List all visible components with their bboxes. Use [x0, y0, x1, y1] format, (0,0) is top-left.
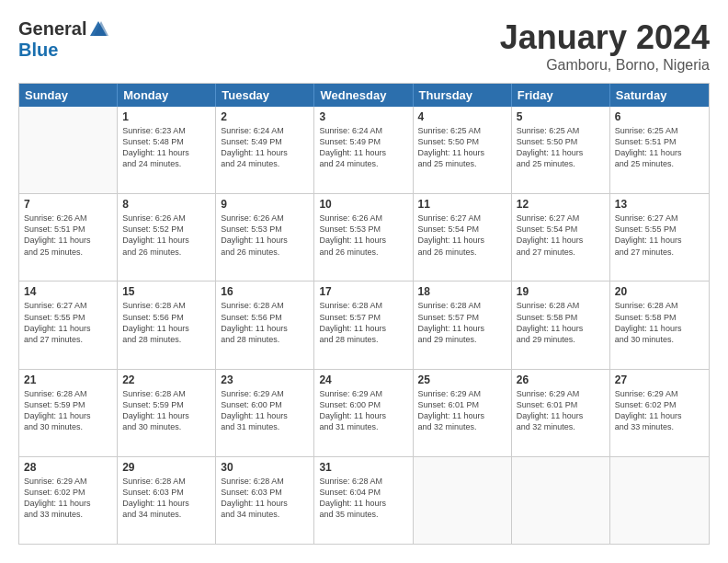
day-number: 31 — [319, 461, 407, 474]
day-info: Sunrise: 6:27 AM Sunset: 5:54 PM Dayligh… — [517, 213, 605, 258]
cal-cell: 22Sunrise: 6:28 AM Sunset: 5:59 PM Dayli… — [118, 370, 216, 456]
cal-cell — [610, 457, 709, 544]
cal-cell: 17Sunrise: 6:28 AM Sunset: 5:57 PM Dayli… — [314, 282, 413, 368]
header-day-monday: Monday — [118, 84, 216, 107]
day-number: 11 — [418, 198, 506, 211]
day-number: 27 — [615, 373, 704, 386]
day-info: Sunrise: 6:28 AM Sunset: 6:04 PM Dayligh… — [319, 476, 407, 521]
cal-cell: 28Sunrise: 6:29 AM Sunset: 6:02 PM Dayli… — [19, 457, 118, 544]
day-number: 15 — [122, 285, 210, 298]
calendar-body: 1Sunrise: 6:23 AM Sunset: 5:48 PM Daylig… — [19, 107, 709, 544]
day-info: Sunrise: 6:26 AM Sunset: 5:53 PM Dayligh… — [319, 213, 407, 258]
day-info: Sunrise: 6:27 AM Sunset: 5:55 PM Dayligh… — [24, 300, 112, 345]
day-info: Sunrise: 6:29 AM Sunset: 6:00 PM Dayligh… — [221, 388, 309, 433]
page: General Blue January 2024 Gamboru, Borno… — [0, 0, 728, 563]
day-number: 30 — [221, 461, 309, 474]
cal-cell: 20Sunrise: 6:28 AM Sunset: 5:58 PM Dayli… — [610, 282, 709, 368]
day-info: Sunrise: 6:25 AM Sunset: 5:51 PM Dayligh… — [615, 125, 704, 170]
header-day-saturday: Saturday — [610, 84, 709, 107]
day-number: 13 — [615, 198, 704, 211]
cal-cell: 3Sunrise: 6:24 AM Sunset: 5:49 PM Daylig… — [314, 107, 413, 193]
day-info: Sunrise: 6:23 AM Sunset: 5:48 PM Dayligh… — [122, 125, 210, 170]
day-info: Sunrise: 6:29 AM Sunset: 6:01 PM Dayligh… — [418, 388, 506, 433]
day-number: 26 — [517, 373, 605, 386]
day-number: 7 — [24, 198, 112, 211]
logo-icon — [88, 19, 108, 40]
cal-cell: 5Sunrise: 6:25 AM Sunset: 5:50 PM Daylig… — [512, 107, 610, 193]
title-area: January 2024 Gamboru, Borno, Nigeria — [500, 18, 710, 74]
day-info: Sunrise: 6:24 AM Sunset: 5:49 PM Dayligh… — [319, 125, 407, 170]
cal-cell: 19Sunrise: 6:28 AM Sunset: 5:58 PM Dayli… — [512, 282, 610, 368]
day-number: 22 — [122, 373, 210, 386]
day-number: 2 — [221, 110, 309, 123]
day-number: 5 — [517, 110, 605, 123]
logo: General Blue — [18, 18, 108, 61]
logo-general-text: General — [18, 18, 86, 40]
day-number: 19 — [517, 285, 605, 298]
day-number: 9 — [221, 198, 309, 211]
day-number: 16 — [221, 285, 309, 298]
day-info: Sunrise: 6:28 AM Sunset: 5:59 PM Dayligh… — [24, 388, 112, 433]
day-number: 23 — [221, 373, 309, 386]
day-number: 4 — [418, 110, 506, 123]
day-info: Sunrise: 6:28 AM Sunset: 6:03 PM Dayligh… — [122, 476, 210, 521]
cal-cell: 6Sunrise: 6:25 AM Sunset: 5:51 PM Daylig… — [610, 107, 709, 193]
day-number: 17 — [319, 285, 407, 298]
day-info: Sunrise: 6:28 AM Sunset: 5:56 PM Dayligh… — [221, 300, 309, 345]
day-info: Sunrise: 6:28 AM Sunset: 6:03 PM Dayligh… — [221, 476, 309, 521]
cal-cell: 16Sunrise: 6:28 AM Sunset: 5:56 PM Dayli… — [216, 282, 314, 368]
day-number: 6 — [615, 110, 704, 123]
cal-cell: 9Sunrise: 6:26 AM Sunset: 5:53 PM Daylig… — [216, 194, 314, 281]
cal-cell: 25Sunrise: 6:29 AM Sunset: 6:01 PM Dayli… — [414, 370, 512, 456]
day-number: 21 — [24, 373, 112, 386]
day-number: 12 — [517, 198, 605, 211]
header-day-friday: Friday — [512, 84, 610, 107]
week-row-5: 28Sunrise: 6:29 AM Sunset: 6:02 PM Dayli… — [19, 457, 709, 544]
cal-cell: 15Sunrise: 6:28 AM Sunset: 5:56 PM Dayli… — [118, 282, 216, 368]
day-number: 20 — [615, 285, 704, 298]
header: General Blue January 2024 Gamboru, Borno… — [18, 18, 710, 74]
week-row-4: 21Sunrise: 6:28 AM Sunset: 5:59 PM Dayli… — [19, 370, 709, 457]
cal-cell: 27Sunrise: 6:29 AM Sunset: 6:02 PM Dayli… — [610, 370, 709, 456]
header-day-thursday: Thursday — [414, 84, 512, 107]
day-number: 18 — [418, 285, 506, 298]
day-info: Sunrise: 6:27 AM Sunset: 5:55 PM Dayligh… — [615, 213, 704, 258]
day-info: Sunrise: 6:26 AM Sunset: 5:53 PM Dayligh… — [221, 213, 309, 258]
day-info: Sunrise: 6:28 AM Sunset: 5:58 PM Dayligh… — [615, 300, 704, 345]
week-row-2: 7Sunrise: 6:26 AM Sunset: 5:51 PM Daylig… — [19, 194, 709, 282]
subtitle: Gamboru, Borno, Nigeria — [500, 57, 710, 74]
cal-cell: 23Sunrise: 6:29 AM Sunset: 6:00 PM Dayli… — [216, 370, 314, 456]
logo-blue-text: Blue — [18, 40, 58, 61]
day-number: 25 — [418, 373, 506, 386]
day-info: Sunrise: 6:28 AM Sunset: 5:58 PM Dayligh… — [517, 300, 605, 345]
cal-cell: 7Sunrise: 6:26 AM Sunset: 5:51 PM Daylig… — [19, 194, 118, 281]
day-info: Sunrise: 6:28 AM Sunset: 5:57 PM Dayligh… — [418, 300, 506, 345]
header-day-wednesday: Wednesday — [314, 84, 413, 107]
cal-cell: 31Sunrise: 6:28 AM Sunset: 6:04 PM Dayli… — [314, 457, 413, 544]
header-day-tuesday: Tuesday — [216, 84, 314, 107]
cal-cell: 2Sunrise: 6:24 AM Sunset: 5:49 PM Daylig… — [216, 107, 314, 193]
cal-cell — [414, 457, 512, 544]
cal-cell: 12Sunrise: 6:27 AM Sunset: 5:54 PM Dayli… — [512, 194, 610, 281]
day-info: Sunrise: 6:28 AM Sunset: 5:59 PM Dayligh… — [122, 388, 210, 433]
day-info: Sunrise: 6:29 AM Sunset: 6:01 PM Dayligh… — [517, 388, 605, 433]
cal-cell: 10Sunrise: 6:26 AM Sunset: 5:53 PM Dayli… — [314, 194, 413, 281]
cal-cell: 13Sunrise: 6:27 AM Sunset: 5:55 PM Dayli… — [610, 194, 709, 281]
header-day-sunday: Sunday — [19, 84, 118, 107]
day-number: 24 — [319, 373, 407, 386]
week-row-1: 1Sunrise: 6:23 AM Sunset: 5:48 PM Daylig… — [19, 107, 709, 194]
day-info: Sunrise: 6:24 AM Sunset: 5:49 PM Dayligh… — [221, 125, 309, 170]
cal-cell: 18Sunrise: 6:28 AM Sunset: 5:57 PM Dayli… — [414, 282, 512, 368]
cal-cell — [19, 107, 118, 193]
day-info: Sunrise: 6:29 AM Sunset: 6:02 PM Dayligh… — [615, 388, 704, 433]
day-number: 10 — [319, 198, 407, 211]
day-info: Sunrise: 6:28 AM Sunset: 5:57 PM Dayligh… — [319, 300, 407, 345]
day-info: Sunrise: 6:26 AM Sunset: 5:51 PM Dayligh… — [24, 213, 112, 258]
day-info: Sunrise: 6:29 AM Sunset: 6:00 PM Dayligh… — [319, 388, 407, 433]
day-info: Sunrise: 6:25 AM Sunset: 5:50 PM Dayligh… — [517, 125, 605, 170]
cal-cell — [512, 457, 610, 544]
day-number: 3 — [319, 110, 407, 123]
cal-cell: 29Sunrise: 6:28 AM Sunset: 6:03 PM Dayli… — [118, 457, 216, 544]
day-info: Sunrise: 6:28 AM Sunset: 5:56 PM Dayligh… — [122, 300, 210, 345]
cal-cell: 26Sunrise: 6:29 AM Sunset: 6:01 PM Dayli… — [512, 370, 610, 456]
